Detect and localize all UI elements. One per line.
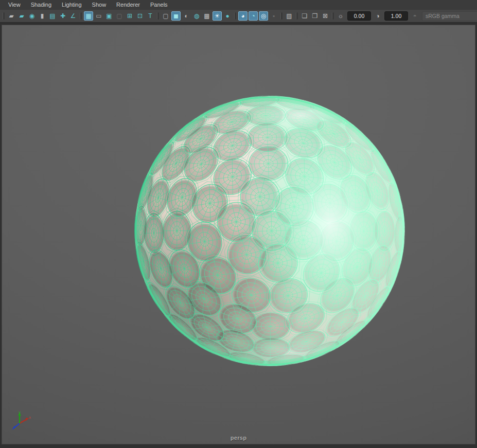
safe-title-icon[interactable]: T: [146, 11, 155, 21]
gate-mask-icon[interactable]: ▢: [115, 11, 124, 21]
perspective-viewport[interactable]: y x persp: [2, 25, 475, 444]
film-gate-icon[interactable]: ▭: [94, 11, 103, 21]
toolbar-separator: [234, 12, 236, 20]
image-plane-icon[interactable]: ▤: [48, 11, 57, 21]
menu-panels[interactable]: Panels: [145, 0, 173, 10]
lock-camera-icon[interactable]: ▰: [17, 11, 26, 21]
xray-joints-icon[interactable]: ❐: [310, 11, 320, 21]
camera-name-label: persp: [2, 435, 475, 441]
view-transform-value: sRGB gamma: [426, 12, 460, 21]
use-all-lights-icon[interactable]: ☀: [213, 11, 222, 21]
toolbar-separator: [296, 12, 298, 20]
depth-of-field-icon[interactable]: ▪: [269, 11, 278, 21]
measure-icon[interactable]: ∠: [68, 11, 78, 21]
menu-show[interactable]: Show: [87, 0, 112, 10]
grid-icon[interactable]: ▦: [84, 11, 93, 21]
panel-menubar: ViewShadingLightingShowRendererPanels: [0, 0, 477, 10]
viewport-frame: y x persp: [0, 23, 477, 448]
menu-lighting[interactable]: Lighting: [57, 0, 87, 10]
golf-ball-model[interactable]: [2, 25, 475, 444]
xray-icon[interactable]: ❏: [300, 11, 309, 21]
gamma-icon[interactable]: ◓: [410, 11, 419, 21]
resolution-gate-icon[interactable]: ▣: [104, 11, 114, 21]
view-axis-gizmo: y x: [8, 410, 35, 435]
axis-x-label: x: [29, 415, 31, 420]
pan-zoom-icon[interactable]: ✚: [58, 11, 67, 21]
exposure-field[interactable]: 0.00: [347, 11, 371, 21]
menu-view[interactable]: View: [3, 0, 26, 10]
menu-renderer[interactable]: Renderer: [111, 0, 145, 10]
checker-icon[interactable]: ▩: [202, 11, 211, 21]
isolate-select-icon[interactable]: ▧: [285, 11, 294, 21]
menu-shading[interactable]: Shading: [26, 0, 57, 10]
bookmark-icon[interactable]: ▮: [38, 11, 47, 21]
wireframe-icon[interactable]: ▢: [161, 11, 170, 21]
exposure-icon[interactable]: ☼: [336, 11, 345, 21]
xray-active-components-icon[interactable]: ⊠: [321, 11, 330, 21]
contrast-icon[interactable]: ◑: [373, 11, 382, 21]
textured-icon[interactable]: ◐: [182, 11, 191, 21]
safe-action-icon[interactable]: ⊡: [135, 11, 145, 21]
toolbar-separator: [157, 12, 159, 20]
axis-y-label: y: [19, 410, 21, 415]
shadows-icon[interactable]: ●: [223, 11, 232, 21]
field-chart-icon[interactable]: ⊞: [125, 11, 134, 21]
toolbar-separator: [80, 12, 82, 20]
occlusion-icon[interactable]: ◕: [238, 11, 248, 21]
toolbar-separator: [3, 12, 5, 20]
panel-toolbar: ▰▰◉▮▤✚∠▦▭▣▢⊞⊡T▢◼◐◍▩☀●◕◔◎▪▧❏❐⊠☼0.00◑1.00◓…: [0, 10, 477, 23]
view-transform-select[interactable]: sRGB gamma▼: [422, 11, 477, 21]
use-default-material-icon[interactable]: ◍: [192, 11, 201, 21]
contrast-field[interactable]: 1.00: [384, 11, 408, 21]
motion-blur-icon[interactable]: ◔: [249, 11, 258, 21]
toolbar-separator: [280, 12, 282, 20]
camera-attributes-icon[interactable]: ◉: [27, 11, 37, 21]
anti-aliasing-icon[interactable]: ◎: [259, 11, 268, 21]
select-camera-icon[interactable]: ▰: [7, 11, 16, 21]
toolbar-separator: [332, 12, 334, 20]
smooth-shade-icon[interactable]: ◼: [171, 11, 181, 21]
